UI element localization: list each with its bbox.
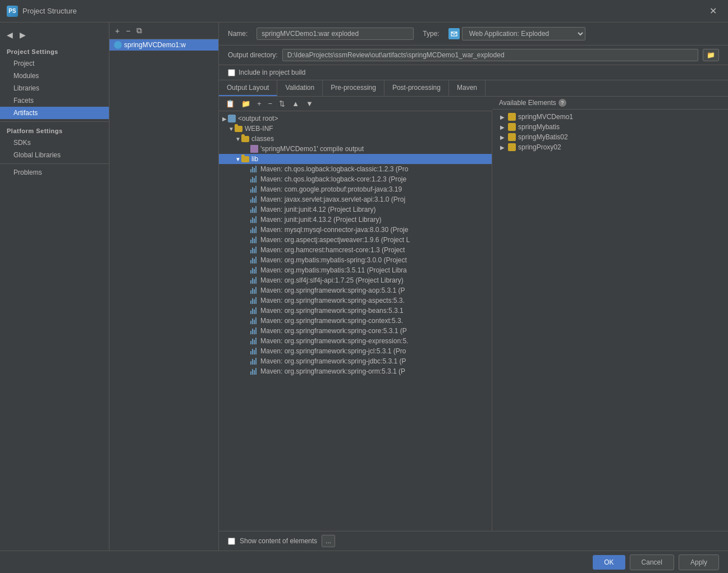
lib-icon <box>250 277 258 284</box>
add-artifact-button[interactable]: + <box>113 25 122 37</box>
artifact-list: springMVCDemo1:w <box>109 39 218 551</box>
tree-node-lib-item[interactable]: Maven: com.google.protobuf:protobuf-java… <box>219 184 492 194</box>
module-icon <box>508 133 516 141</box>
sort-tree-button[interactable]: ⇅ <box>277 98 287 109</box>
tree-node-label: lib <box>251 155 258 163</box>
lib-icon <box>250 338 258 344</box>
tree-node-lib-item[interactable]: Maven: javax.servlet:javax.servlet-api:3… <box>219 194 492 204</box>
avail-item-springmybatis02[interactable]: ▶ springMyBatis02 <box>492 132 728 142</box>
avail-item-springproxy02[interactable]: ▶ springProxy02 <box>492 142 728 152</box>
tree-node-lib-item[interactable]: Maven: org.springframework:spring-jdbc:5… <box>219 356 492 366</box>
artifact-item-label: springMVCDemo1:w <box>124 41 186 49</box>
tree-node-lib-item[interactable]: Maven: org.springframework:spring-beans:… <box>219 306 492 316</box>
avail-item-springmvcdemo1[interactable]: ▶ springMVCDemo1 <box>492 112 728 122</box>
more-button[interactable]: ... <box>322 535 335 547</box>
tree-node-lib-item[interactable]: Maven: org.springframework:spring-aop:5.… <box>219 285 492 295</box>
tree-node-lib-item[interactable]: Maven: org.hamcrest:hamcrest-core:1.3 (P… <box>219 245 492 255</box>
type-select[interactable]: Web Application: Exploded <box>462 27 585 40</box>
copy-artifact-button[interactable]: ⧉ <box>134 25 144 37</box>
artifact-item[interactable]: springMVCDemo1:w <box>109 39 218 51</box>
tree-node-lib-item[interactable]: Maven: org.springframework:spring-contex… <box>219 316 492 326</box>
include-in-build-checkbox[interactable] <box>228 69 235 76</box>
remove-artifact-button[interactable]: − <box>123 25 132 37</box>
sidebar-item-problems[interactable]: Problems <box>0 166 109 179</box>
avail-item-springmybatis[interactable]: ▶ springMybatis <box>492 122 728 132</box>
tree-node-lib-item[interactable]: Maven: org.mybatis:mybatis:3.5.11 (Proje… <box>219 265 492 275</box>
add-tree-button[interactable]: + <box>255 98 264 109</box>
bottom-bar: Show content of elements ... <box>219 531 728 551</box>
type-icon <box>448 28 460 39</box>
tree-node-lib-item[interactable]: Maven: junit:junit:4.12 (Project Library… <box>219 204 492 215</box>
window-title: Project Structure <box>22 7 77 15</box>
lib-icon <box>250 196 258 203</box>
tree-node-label: Maven: junit:junit:4.13.2 (Project Libra… <box>260 216 381 224</box>
tab-output-layout[interactable]: Output Layout <box>219 80 277 96</box>
show-included-button[interactable]: 📋 <box>223 98 237 109</box>
browse-output-dir-button[interactable]: 📁 <box>703 49 719 61</box>
close-button[interactable]: ✕ <box>705 3 721 19</box>
avail-item-label: springProxy02 <box>518 143 561 151</box>
tree-node-lib-item[interactable]: Maven: org.mybatis:mybatis-spring:3.0.0 … <box>219 255 492 265</box>
tree-node-lib-item[interactable]: Maven: org.springframework:spring-orm:5.… <box>219 366 492 376</box>
tree-node-web-inf[interactable]: ▼ WEB-INF <box>219 124 492 134</box>
tab-pre-processing[interactable]: Pre-processing <box>323 80 384 96</box>
tree-node-lib-item[interactable]: Maven: org.springframework:spring-aspect… <box>219 295 492 306</box>
tree-node-label: Maven: org.mybatis:mybatis-spring:3.0.0 … <box>260 256 407 264</box>
tab-post-processing[interactable]: Post-processing <box>384 80 449 96</box>
right-content: Name: Type: Web Application: Exploded Ou… <box>219 22 728 551</box>
sidebar-item-project[interactable]: Project <box>0 57 109 70</box>
tree-node-compile-output[interactable]: 'springMVCDemo1' compile output <box>219 144 492 154</box>
module-icon <box>508 113 516 121</box>
tab-maven[interactable]: Maven <box>449 80 486 96</box>
tree-node-lib[interactable]: ▼ lib <box>219 154 492 164</box>
show-content-checkbox[interactable] <box>228 538 235 545</box>
sidebar-item-modules[interactable]: Modules <box>0 70 109 82</box>
move-up-button[interactable]: ▲ <box>290 98 301 109</box>
folder-icon <box>241 156 249 162</box>
sidebar-item-artifacts[interactable]: Artifacts <box>0 107 109 119</box>
tree-node-classes[interactable]: ▼ classes <box>219 134 492 144</box>
main-container: ◀ ▶ Project Settings Project Modules Lib… <box>0 22 728 551</box>
tree-node-lib-item[interactable]: Maven: ch.qos.logback:logback-classic:1.… <box>219 164 492 174</box>
output-dir-input[interactable] <box>282 49 698 61</box>
tree-node-label: Maven: org.springframework:spring-contex… <box>260 317 403 325</box>
remove-tree-button[interactable]: − <box>266 98 275 109</box>
name-label: Name: <box>228 30 248 38</box>
tree-node-lib-item[interactable]: Maven: junit:junit:4.13.2 (Project Libra… <box>219 215 492 225</box>
tree-node-label: Maven: org.springframework:spring-beans:… <box>260 307 404 315</box>
name-input[interactable] <box>257 28 414 40</box>
apply-button[interactable]: Apply <box>679 554 719 570</box>
divider <box>0 121 109 122</box>
output-dir-row: Output directory: 📁 <box>219 46 728 65</box>
tree-node-lib-item[interactable]: Maven: org.aspectj:aspectjweaver:1.9.6 (… <box>219 235 492 245</box>
tree-toggle: ▶ <box>221 116 228 122</box>
tree-node-label: Maven: org.springframework:spring-aop:5.… <box>260 286 405 294</box>
lib-icon <box>250 348 258 354</box>
tree-node-lib-item[interactable]: Maven: org.springframework:spring-core:5… <box>219 326 492 336</box>
tree-node-lib-item[interactable]: Maven: mysql:mysql-connector-java:8.0.30… <box>219 225 492 235</box>
tree-node-lib-item[interactable]: Maven: org.springframework:spring-expres… <box>219 336 492 346</box>
tree-node-label: Maven: org.springframework:spring-core:5… <box>260 327 407 335</box>
tree-node-label: Maven: ch.qos.logback:logback-classic:1.… <box>260 165 408 173</box>
tree-node-label: Maven: org.hamcrest:hamcrest-core:1.3 (P… <box>260 246 405 254</box>
output-tree: ▶ <output root> ▼ WEB-INF ▼ class <box>219 111 492 531</box>
forward-button[interactable]: ▶ <box>17 29 28 40</box>
tree-node-lib-item[interactable]: Maven: ch.qos.logback:logback-core:1.2.3… <box>219 174 492 184</box>
back-button[interactable]: ◀ <box>4 29 15 40</box>
tab-validation[interactable]: Validation <box>277 80 323 96</box>
sidebar-item-libraries[interactable]: Libraries <box>0 82 109 94</box>
sidebar-item-sdks[interactable]: SDKs <box>0 137 109 149</box>
ok-button[interactable]: OK <box>593 555 625 570</box>
help-icon[interactable]: ? <box>558 99 566 107</box>
sidebar-item-global-libraries[interactable]: Global Libraries <box>0 149 109 161</box>
cancel-button[interactable]: Cancel <box>630 554 674 570</box>
tree-node-output-root[interactable]: ▶ <output root> <box>219 113 492 124</box>
sidebar-item-facets[interactable]: Facets <box>0 94 109 107</box>
tree-node-lib-item[interactable]: Maven: org.slf4j:slf4j-api:1.7.25 (Proje… <box>219 275 492 285</box>
project-settings-section: Project Settings <box>0 45 109 57</box>
divider2 <box>0 163 109 164</box>
show-output-button[interactable]: 📁 <box>239 98 253 109</box>
move-down-button[interactable]: ▼ <box>304 98 315 109</box>
tree-node-lib-item[interactable]: Maven: org.springframework:spring-jcl:5.… <box>219 346 492 356</box>
compile-icon <box>250 145 258 153</box>
